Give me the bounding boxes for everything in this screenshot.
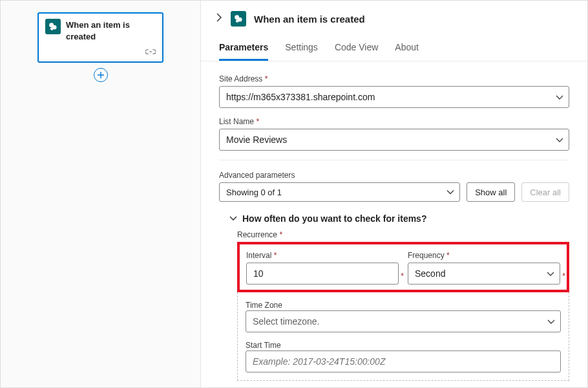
tab-parameters[interactable]: Parameters <box>219 38 268 61</box>
site-address-input[interactable]: https://m365x373381.sharepoint.com <box>219 86 569 108</box>
timezone-label: Time Zone <box>246 301 282 310</box>
chevron-down-icon <box>556 92 563 102</box>
starttime-label: Start Time <box>246 341 281 350</box>
highlight-box: Interval * * Frequency * Second <box>237 242 569 292</box>
interval-input[interactable] <box>246 263 399 285</box>
clear-all-button: Clear all <box>521 182 569 202</box>
chevron-down-icon <box>229 216 237 221</box>
divider <box>219 160 569 160</box>
starttime-input[interactable] <box>246 350 561 372</box>
how-often-header[interactable]: How often do you want to check for items… <box>229 213 569 224</box>
list-name-input[interactable]: Movie Reviews <box>219 129 569 151</box>
chevron-down-icon <box>547 316 555 327</box>
site-address-label: Site Address * <box>219 74 569 83</box>
tab-settings[interactable]: Settings <box>285 38 318 61</box>
recurrence-label: Recurrence * <box>237 230 569 239</box>
interval-label: Interval * <box>246 251 399 260</box>
svg-point-5 <box>236 19 239 23</box>
tab-code-view[interactable]: Code View <box>335 38 378 61</box>
tab-about[interactable]: About <box>395 38 419 61</box>
add-step-button[interactable] <box>94 68 108 82</box>
trigger-card[interactable]: When an item is created <box>37 12 163 63</box>
chevron-down-icon <box>547 268 554 279</box>
chevron-down-icon <box>446 188 454 197</box>
timezone-select[interactable]: Select timezone. <box>246 310 561 332</box>
trigger-card-title: When an item is created <box>66 19 156 42</box>
recurrence-extras: Time Zone Select timezone. Start Time <box>237 292 569 381</box>
panel-tabs: Parameters Settings Code View About <box>201 33 587 61</box>
sharepoint-icon <box>45 19 61 34</box>
advanced-parameters-label: Advanced parameters <box>219 171 460 180</box>
panel-title: When an item is created <box>254 14 365 25</box>
list-name-label: List Name * <box>219 117 569 126</box>
flow-canvas: When an item is created <box>1 1 201 387</box>
collapse-panel-icon[interactable] <box>215 13 223 25</box>
chevron-down-icon <box>556 135 563 145</box>
advanced-parameters-select[interactable]: Showing 0 of 1 <box>219 182 460 202</box>
frequency-select[interactable]: Second <box>408 263 560 285</box>
show-all-button[interactable]: Show all <box>467 182 515 202</box>
frequency-label: Frequency * <box>408 251 560 260</box>
svg-point-2 <box>50 27 54 30</box>
sharepoint-icon <box>231 11 246 27</box>
action-panel: When an item is created Parameters Setti… <box>201 1 587 387</box>
link-icon <box>145 46 156 57</box>
